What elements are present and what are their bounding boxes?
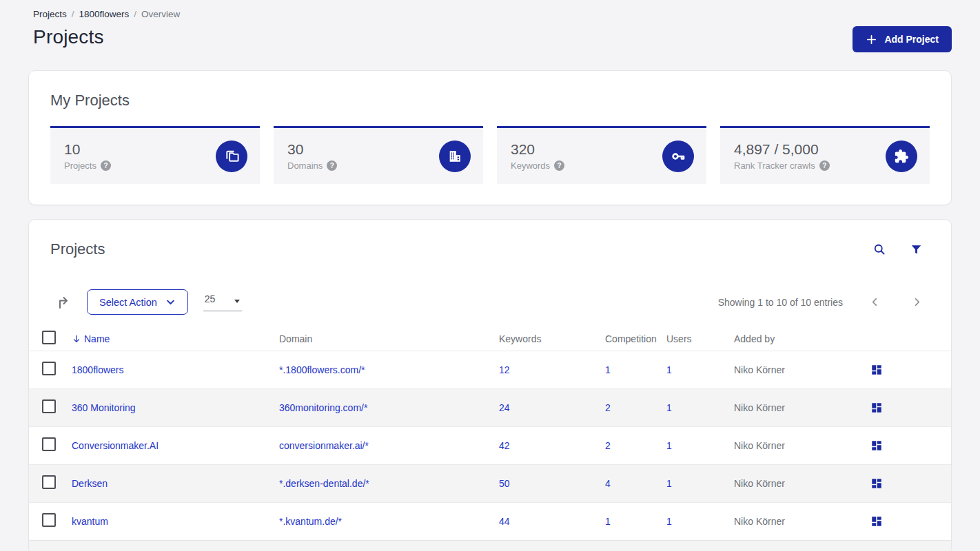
page-size-value: 25 xyxy=(205,293,216,304)
project-name-link[interactable]: kvantum xyxy=(72,516,279,527)
row-checkbox[interactable] xyxy=(42,399,56,413)
add-project-label: Add Project xyxy=(884,34,939,45)
column-header-competition[interactable]: Competition xyxy=(605,333,666,344)
building-icon xyxy=(439,141,471,172)
project-name-link[interactable]: 360 Monitoring xyxy=(72,402,279,413)
row-checkbox[interactable] xyxy=(42,362,56,375)
stat-value: 30 xyxy=(287,141,337,158)
column-header-users[interactable]: Users xyxy=(666,333,734,344)
page: Projects / 1800flowers / Overview Projec… xyxy=(0,0,980,551)
stat-label: Rank Tracker crawls xyxy=(734,160,815,171)
table-header-row: Name Domain Keywords Competition Users A… xyxy=(29,326,951,351)
page-title: Projects xyxy=(33,26,104,48)
project-added-by: Niko Körner xyxy=(734,478,870,489)
project-users-link[interactable]: 1 xyxy=(666,364,734,375)
project-domain-link[interactable]: 360monitoring.com/* xyxy=(279,402,499,413)
project-competition-link[interactable]: 1 xyxy=(605,364,666,375)
stat-tile-domains: 30 Domains ? xyxy=(274,126,483,184)
my-projects-card: My Projects 10 Projects ? xyxy=(28,70,952,205)
table-row: Conversionmaker.AI conversionmaker.ai/* … xyxy=(29,426,951,464)
project-competition-link[interactable]: 1 xyxy=(605,516,666,527)
breadcrumb-current: Overview xyxy=(141,9,180,19)
column-header-keywords[interactable]: Keywords xyxy=(499,333,605,344)
export-arrow-icon[interactable] xyxy=(50,294,72,311)
plus-icon xyxy=(866,34,877,45)
project-name-link[interactable]: Derksen xyxy=(72,478,279,489)
page-size-select[interactable]: 25 xyxy=(203,293,242,311)
stats-grid: 10 Projects ? 30 Domai xyxy=(50,126,930,184)
select-action-label: Select Action xyxy=(99,297,157,308)
project-competition-link[interactable]: 4 xyxy=(605,478,666,489)
project-keywords-link[interactable]: 42 xyxy=(499,440,605,451)
breadcrumb-projects-link[interactable]: Projects xyxy=(33,9,67,19)
add-project-button[interactable]: Add Project xyxy=(853,26,952,52)
projects-table-title: Projects xyxy=(50,240,105,258)
puzzle-icon xyxy=(886,141,917,172)
key-icon xyxy=(662,141,694,172)
projects-table: Name Domain Keywords Competition Users A… xyxy=(29,326,951,551)
project-domain-link[interactable]: conversionmaker.ai/* xyxy=(279,440,499,451)
help-icon[interactable]: ? xyxy=(819,160,830,171)
dashboard-icon[interactable] xyxy=(870,364,883,376)
project-added-by: Niko Körner xyxy=(734,402,870,413)
dashboard-icon[interactable] xyxy=(870,515,883,528)
project-name-link[interactable]: 1800flowers xyxy=(72,364,279,375)
breadcrumb-project-link[interactable]: 1800flowers xyxy=(79,9,130,19)
stat-tile-rank-tracker: 4,897 / 5,000 Rank Tracker crawls ? xyxy=(720,126,930,184)
sort-down-icon xyxy=(72,334,81,344)
project-domain-link[interactable]: *.1800flowers.com/* xyxy=(279,364,499,375)
breadcrumb-separator: / xyxy=(72,9,74,19)
project-competition-link[interactable]: 2 xyxy=(605,402,666,413)
project-users-link[interactable]: 1 xyxy=(666,478,734,489)
page-header: Projects Add Project xyxy=(28,26,952,52)
my-projects-title: My Projects xyxy=(50,92,930,110)
project-users-link[interactable]: 1 xyxy=(666,402,734,413)
column-header-added-by[interactable]: Added by xyxy=(734,333,870,344)
project-keywords-link[interactable]: 50 xyxy=(499,478,605,489)
project-domain-link[interactable]: *.derksen-dental.de/* xyxy=(279,478,499,489)
filter-icon[interactable] xyxy=(910,243,923,256)
help-icon[interactable]: ? xyxy=(101,160,111,171)
search-icon[interactable] xyxy=(872,242,886,256)
table-toolbar: Select Action 25 Showing 1 to 10 of 10 e… xyxy=(50,289,930,315)
column-header-domain[interactable]: Domain xyxy=(279,333,499,344)
project-keywords-link[interactable]: 44 xyxy=(499,516,605,527)
stat-tile-keywords: 320 Keywords ? xyxy=(497,126,706,184)
project-competition-link[interactable]: 2 xyxy=(605,440,666,451)
table-row: 360 Monitoring 360monitoring.com/* 24 2 … xyxy=(29,388,951,426)
pagination-summary: Showing 1 to 10 of 10 entries xyxy=(718,297,843,308)
dashboard-icon[interactable] xyxy=(870,439,883,452)
chevron-right-icon[interactable] xyxy=(904,296,930,308)
column-header-name[interactable]: Name xyxy=(72,333,279,344)
project-users-link[interactable]: 1 xyxy=(666,516,734,527)
row-checkbox[interactable] xyxy=(42,437,56,451)
stat-label: Domains xyxy=(287,160,323,171)
dashboard-icon[interactable] xyxy=(870,477,883,490)
stat-value: 10 xyxy=(64,141,111,158)
project-keywords-link[interactable]: 12 xyxy=(499,364,605,375)
projects-stack-icon xyxy=(216,141,247,172)
stat-value: 4,897 / 5,000 xyxy=(734,141,830,158)
project-users-link[interactable]: 1 xyxy=(666,440,734,451)
project-domain-link[interactable]: *.kvantum.de/* xyxy=(279,516,499,527)
project-name-link[interactable]: Conversionmaker.AI xyxy=(72,440,279,451)
select-triangle-icon xyxy=(234,300,240,303)
stat-tile-projects: 10 Projects ? xyxy=(50,126,260,184)
help-icon[interactable]: ? xyxy=(554,160,564,171)
row-checkbox[interactable] xyxy=(42,475,56,489)
table-body: 1800flowers *.1800flowers.com/* 12 1 1 N… xyxy=(29,351,951,540)
row-checkbox[interactable] xyxy=(42,513,56,527)
project-added-by: Niko Körner xyxy=(734,440,870,451)
breadcrumb-separator: / xyxy=(134,9,136,19)
project-added-by: Niko Körner xyxy=(734,516,870,527)
table-row: kvantum *.kvantum.de/* 44 1 1 Niko Körne… xyxy=(29,502,951,540)
help-icon[interactable]: ? xyxy=(327,160,337,171)
dashboard-icon[interactable] xyxy=(870,402,883,414)
project-keywords-link[interactable]: 24 xyxy=(499,402,605,413)
chevron-left-icon[interactable] xyxy=(862,296,888,308)
stat-value: 320 xyxy=(511,141,564,158)
select-all-checkbox[interactable] xyxy=(42,331,56,344)
project-added-by: Niko Körner xyxy=(734,364,870,375)
select-action-button[interactable]: Select Action xyxy=(87,289,188,315)
table-row: 1800flowers *.1800flowers.com/* 12 1 1 N… xyxy=(29,351,951,388)
